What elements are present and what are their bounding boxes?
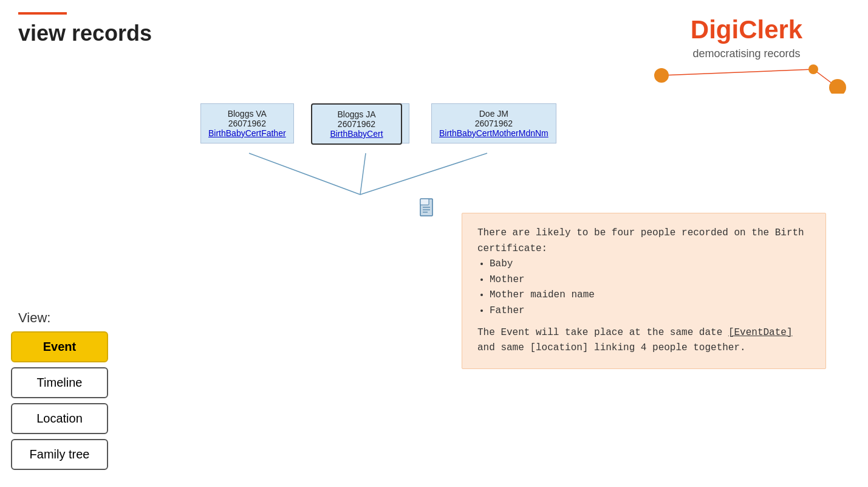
info-bullets: Baby Mother Mother maiden name Father bbox=[490, 257, 810, 319]
view-button-event[interactable]: Event bbox=[11, 331, 108, 362]
baby-name: Bloggs JA bbox=[320, 109, 394, 119]
bullet-father: Father bbox=[490, 303, 810, 319]
logo-brand-prefix: Digi bbox=[691, 15, 739, 44]
bullet-maiden: Mother maiden name bbox=[490, 288, 810, 303]
view-label: View: bbox=[18, 310, 50, 326]
svg-line-7 bbox=[360, 153, 487, 195]
logo-area: DigiClerk democratising records bbox=[643, 12, 850, 94]
logo-subtitle: democratising records bbox=[692, 47, 800, 60]
maiden-name: Doe JM bbox=[439, 109, 548, 119]
view-button-timeline[interactable]: Timeline bbox=[11, 367, 108, 398]
maiden-cert: BirthBabyCertMotherMdnNm bbox=[439, 128, 548, 138]
svg-line-6 bbox=[360, 153, 366, 195]
svg-point-2 bbox=[654, 68, 669, 83]
title-area: view records bbox=[18, 12, 152, 46]
father-date: 26071962 bbox=[208, 119, 286, 128]
logo-brand-suffix: Clerk bbox=[739, 15, 802, 44]
svg-rect-9 bbox=[420, 199, 429, 205]
info-text-1: There are likely to be four people recor… bbox=[477, 226, 810, 257]
logo-graphic bbox=[643, 60, 850, 94]
person-card-baby[interactable]: Bloggs JA 26071962 BirthBabyCert bbox=[311, 103, 402, 145]
view-button-family-tree[interactable]: Family tree bbox=[11, 439, 108, 470]
header: view records DigiClerk democratising rec… bbox=[0, 0, 868, 94]
view-button-location[interactable]: Location bbox=[11, 403, 108, 434]
baby-date: 26071962 bbox=[320, 119, 394, 129]
event-date-placeholder: [EventDate] bbox=[728, 327, 793, 338]
page-title: view records bbox=[18, 21, 152, 46]
svg-point-4 bbox=[829, 79, 846, 94]
title-accent bbox=[18, 12, 67, 15]
info-text-2: The Event will take place at the same da… bbox=[477, 325, 810, 356]
baby-cert: BirthBabyCert bbox=[320, 129, 394, 139]
logo-text: DigiClerk bbox=[691, 15, 802, 44]
info-box: There are likely to be four people recor… bbox=[462, 213, 826, 369]
father-name: Bloggs VA bbox=[208, 109, 286, 119]
person-card-maiden[interactable]: Doe JM 26071962 BirthBabyCertMotherMdnNm bbox=[431, 103, 556, 143]
person-card-father[interactable]: Bloggs VA 26071962 BirthBabyCertFather bbox=[200, 103, 294, 143]
view-buttons: Event Timeline Location Family tree bbox=[11, 331, 108, 470]
svg-line-0 bbox=[661, 69, 813, 75]
maiden-date: 26071962 bbox=[439, 119, 548, 128]
father-cert: BirthBabyCertFather bbox=[208, 128, 286, 138]
document-icon[interactable] bbox=[419, 198, 436, 223]
bullet-mother: Mother bbox=[490, 272, 810, 288]
svg-line-5 bbox=[249, 153, 360, 195]
bullet-baby: Baby bbox=[490, 257, 810, 272]
svg-point-3 bbox=[808, 64, 818, 74]
